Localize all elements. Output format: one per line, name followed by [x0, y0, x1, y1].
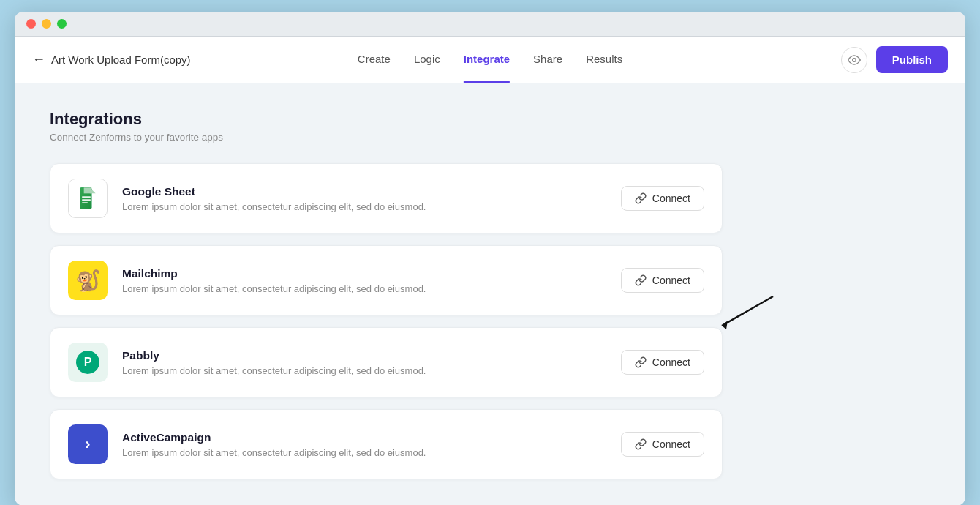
integration-list: Google Sheet Lorem ipsum dolor sit amet,… [50, 163, 723, 479]
tab-create[interactable]: Create [358, 37, 391, 83]
page-title: Integrations [50, 110, 930, 129]
integration-card-google-sheet: Google Sheet Lorem ipsum dolor sit amet,… [50, 163, 723, 233]
mailchimp-connect-button[interactable]: Connect [621, 268, 704, 293]
link-icon [635, 192, 647, 204]
mailchimp-info: Mailchimp Lorem ipsum dolor sit amet, co… [122, 267, 606, 294]
header-actions: Publish [841, 46, 948, 73]
preview-button[interactable] [841, 47, 867, 73]
annotation-arrow [715, 293, 780, 337]
eye-icon [848, 53, 861, 67]
back-button[interactable]: ← Art Work Upload Form(copy) [32, 52, 191, 67]
mailchimp-emoji-icon: 🐒 [75, 269, 101, 293]
activecampaign-connect-button[interactable]: Connect [621, 432, 704, 457]
google-sheet-desc: Lorem ipsum dolor sit amet, consectetur … [122, 201, 606, 212]
pabbly-info: Pabbly Lorem ipsum dolor sit amet, conse… [122, 349, 606, 376]
integration-card-mailchimp: 🐒 Mailchimp Lorem ipsum dolor sit amet, … [50, 245, 723, 315]
header: ← Art Work Upload Form(copy) Create Logi… [15, 37, 965, 83]
navigation-tabs: Create Logic Integrate Share Results [358, 37, 622, 83]
activecampaign-desc: Lorem ipsum dolor sit amet, consectetur … [122, 447, 606, 458]
google-sheet-name: Google Sheet [122, 185, 606, 198]
app-window: ← Art Work Upload Form(copy) Create Logi… [15, 12, 965, 505]
google-sheet-info: Google Sheet Lorem ipsum dolor sit amet,… [122, 185, 606, 212]
svg-line-7 [722, 296, 773, 326]
maximize-traffic-light[interactable] [57, 19, 67, 29]
titlebar [15, 12, 965, 37]
publish-button[interactable]: Publish [876, 46, 948, 73]
link-icon [635, 438, 647, 450]
tab-results[interactable]: Results [586, 37, 622, 83]
close-traffic-light[interactable] [26, 19, 36, 29]
link-icon [635, 356, 647, 368]
pabbly-connect-button[interactable]: Connect [621, 350, 704, 375]
svg-rect-6 [82, 202, 88, 203]
pabbly-desc: Lorem ipsum dolor sit amet, consectetur … [122, 365, 606, 376]
google-sheet-icon [68, 179, 108, 218]
activecampaign-chevron-icon: › [85, 435, 90, 454]
main-content: Integrations Connect Zenforms to your fa… [15, 83, 965, 505]
pabbly-p-icon: P [76, 351, 99, 374]
svg-rect-5 [82, 199, 91, 201]
google-sheet-connect-button[interactable]: Connect [621, 186, 704, 211]
tab-logic[interactable]: Logic [414, 37, 440, 83]
page-subtitle: Connect Zenforms to your favorite apps [50, 132, 930, 143]
integration-card-pabbly: P Pabbly Lorem ipsum dolor sit amet, con… [50, 327, 723, 397]
mailchimp-desc: Lorem ipsum dolor sit amet, consectetur … [122, 283, 606, 294]
svg-rect-4 [82, 196, 91, 198]
link-icon [635, 274, 647, 286]
back-arrow-icon: ← [32, 52, 45, 67]
minimize-traffic-light[interactable] [42, 19, 51, 29]
gsheet-svg-icon [76, 187, 99, 210]
activecampaign-info: ActiveCampaign Lorem ipsum dolor sit ame… [122, 431, 606, 458]
integration-card-activecampaign: › ActiveCampaign Lorem ipsum dolor sit a… [50, 409, 723, 479]
tab-share[interactable]: Share [533, 37, 562, 83]
mailchimp-icon: 🐒 [68, 261, 108, 300]
activecampaign-icon: › [68, 424, 108, 464]
pabbly-icon: P [68, 343, 108, 382]
mailchimp-name: Mailchimp [122, 267, 606, 280]
svg-point-0 [853, 58, 856, 61]
svg-marker-8 [722, 321, 728, 329]
pabbly-name: Pabbly [122, 349, 606, 362]
form-title: Art Work Upload Form(copy) [51, 53, 191, 66]
activecampaign-name: ActiveCampaign [122, 431, 606, 444]
tab-integrate[interactable]: Integrate [464, 37, 510, 83]
